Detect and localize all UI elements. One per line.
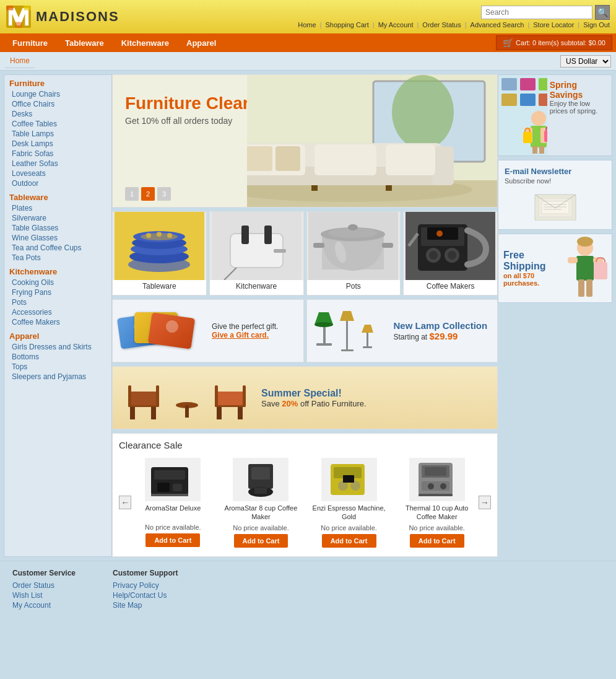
sidebar-item-dresses[interactable]: Girls Dresses and Skirts bbox=[12, 343, 92, 351]
clearance-item-image bbox=[321, 458, 377, 501]
sidebar-item-cooking-oils[interactable]: Cooking Oils bbox=[12, 278, 54, 287]
site-name: MADISONS bbox=[36, 9, 119, 25]
sidebar-item-silverware[interactable]: Silverware bbox=[12, 214, 46, 222]
svg-rect-80 bbox=[185, 405, 189, 418]
nav-order-status[interactable]: Order Status bbox=[422, 21, 461, 28]
clearance-prev-button[interactable]: ← bbox=[119, 496, 131, 509]
svg-rect-84 bbox=[215, 392, 246, 405]
currency-select[interactable]: US Dollar Euro GBP bbox=[560, 55, 611, 68]
sidebar-item-bottoms[interactable]: Bottoms bbox=[12, 353, 39, 361]
nav-kitchenware[interactable]: Kitchenware bbox=[113, 35, 178, 51]
search-button[interactable]: 🔍 bbox=[595, 5, 610, 20]
list-item: Leather Sofas bbox=[12, 159, 106, 168]
sidebar-item-coffee-tables[interactable]: Coffee Tables bbox=[12, 120, 57, 128]
footer-wish-list[interactable]: Wish List bbox=[12, 591, 76, 600]
clearance-item: AromaStar 8 cup Coffee Maker No price av… bbox=[219, 455, 302, 550]
svg-point-62 bbox=[436, 230, 443, 237]
slideshow: Furniture Clearance Get 10% off all orde… bbox=[112, 74, 498, 208]
slide-dot-3[interactable]: 3 bbox=[157, 187, 171, 201]
footer-privacy-policy[interactable]: Privacy Policy bbox=[113, 581, 178, 590]
sidebar-item-pots[interactable]: Pots bbox=[12, 298, 27, 307]
category-tableware[interactable]: Tableware bbox=[112, 211, 207, 296]
nav-store-locator[interactable]: Store Locator bbox=[533, 21, 574, 28]
sidebar-item-desks[interactable]: Desks bbox=[12, 110, 32, 118]
footer-site-map[interactable]: Site Map bbox=[113, 601, 178, 610]
sidebar-item-coffee-makers[interactable]: Coffee Makers bbox=[12, 318, 60, 326]
slide-dot-2[interactable]: 2 bbox=[141, 187, 155, 201]
search-input[interactable] bbox=[481, 6, 592, 19]
add-to-cart-button-3[interactable]: Add to Cart bbox=[322, 534, 376, 548]
sidebar-item-leather-sofas[interactable]: Leather Sofas bbox=[12, 159, 58, 168]
list-item: Coffee Tables bbox=[12, 120, 106, 128]
category-kitchenware[interactable]: Kitchenware bbox=[209, 211, 304, 296]
sidebar-item-tea-coffee-cups[interactable]: Tea and Coffee Cups bbox=[12, 243, 82, 252]
sidebar-item-tea-pots[interactable]: Tea Pots bbox=[12, 253, 41, 262]
sidebar-item-wine-glasses[interactable]: Wine Glasses bbox=[12, 234, 58, 242]
svg-rect-103 bbox=[343, 475, 354, 483]
svg-rect-139 bbox=[586, 279, 592, 297]
email-newsletter-box: E-mail Newsletter Subscribe now! bbox=[498, 160, 612, 230]
sidebar-item-table-glasses[interactable]: Table Glasses bbox=[12, 224, 58, 232]
svg-rect-135 bbox=[576, 256, 594, 281]
spring-savings-title: Spring Savings bbox=[550, 80, 608, 100]
svg-point-59 bbox=[448, 251, 456, 260]
footer-order-status[interactable]: Order Status bbox=[12, 581, 76, 590]
sidebar-item-accessories[interactable]: Accessories bbox=[12, 308, 52, 317]
sidebar-item-frying-pans[interactable]: Frying Pans bbox=[12, 288, 51, 297]
breadcrumb-home[interactable]: Home bbox=[10, 56, 30, 65]
svg-rect-83 bbox=[238, 407, 243, 419]
svg-point-33 bbox=[157, 232, 162, 237]
footer-my-account[interactable]: My Account bbox=[12, 601, 76, 610]
clearance-next-button[interactable]: → bbox=[479, 496, 491, 509]
list-item: Table Glasses bbox=[12, 224, 106, 232]
sidebar-item-office-chairs[interactable]: Office Chairs bbox=[12, 100, 54, 108]
breadcrumb: Home bbox=[5, 54, 35, 68]
lamp-starting-at: Starting at bbox=[394, 333, 430, 341]
category-coffee-label: Coffee Makers bbox=[404, 280, 497, 292]
svg-rect-51 bbox=[351, 224, 355, 229]
footer: Customer Service Order Status Wish List … bbox=[0, 561, 616, 618]
list-item: Lounge Chairs bbox=[12, 90, 106, 99]
category-pots[interactable]: Pots bbox=[306, 211, 401, 296]
add-to-cart-button-1[interactable]: Add to Cart bbox=[145, 533, 200, 547]
gift-card-link[interactable]: Give a Gift card. bbox=[212, 331, 269, 340]
sidebar-item-table-lamps[interactable]: Table Lamps bbox=[12, 129, 54, 138]
nav-apparel[interactable]: Apparel bbox=[178, 35, 225, 51]
footer-help-contact[interactable]: Help/Contact Us bbox=[113, 591, 178, 600]
nav-shopping-cart[interactable]: Shopping Cart bbox=[325, 21, 368, 28]
summer-save-prefix: Save bbox=[261, 399, 282, 408]
sidebar-item-desk-lamps[interactable]: Desk Lamps bbox=[12, 139, 53, 148]
category-coffee-makers[interactable]: Coffee Makers bbox=[403, 211, 498, 296]
sidebar-item-tops[interactable]: Tops bbox=[12, 362, 27, 371]
list-item: Office Chairs bbox=[12, 100, 106, 108]
summer-save-suffix: off Patio Furniture. bbox=[300, 399, 367, 408]
clearance-item-image bbox=[409, 458, 465, 501]
add-to-cart-button-4[interactable]: Add to Cart bbox=[410, 534, 464, 548]
spring-savings-box: Spring Savings Enjoy the low prices of s… bbox=[498, 74, 612, 156]
sidebar-item-loveseats[interactable]: Loveseats bbox=[12, 169, 46, 178]
sidebar-item-plates[interactable]: Plates bbox=[12, 204, 32, 212]
nav-my-account[interactable]: My Account bbox=[378, 21, 414, 28]
list-item: Wine Glasses bbox=[12, 234, 106, 242]
add-to-cart-button-2[interactable]: Add to Cart bbox=[234, 534, 288, 548]
clearance-items: AromaStar Deluxe No price available. Add… bbox=[131, 455, 478, 550]
newsletter-title: E-mail Newsletter bbox=[505, 167, 605, 176]
nav-advanced-search[interactable]: Advanced Search bbox=[471, 21, 524, 28]
svg-rect-74 bbox=[130, 407, 135, 419]
cart-area[interactable]: 🛒 Cart: 0 item(s) subtotal: $0.00 bbox=[496, 35, 612, 50]
svg-rect-2 bbox=[6, 6, 13, 11]
sidebar-item-lounge-chairs[interactable]: Lounge Chairs bbox=[12, 90, 60, 99]
main-layout: Furniture Lounge Chairs Office Chairs De… bbox=[0, 71, 616, 561]
nav-tableware[interactable]: Tableware bbox=[56, 35, 113, 51]
sidebar-kitchenware-list: Cooking Oils Frying Pans Pots Accessorie… bbox=[9, 278, 106, 326]
svg-rect-4 bbox=[15, 22, 22, 28]
sidebar-item-outdoor[interactable]: Outdoor bbox=[12, 179, 38, 188]
svg-rect-86 bbox=[243, 385, 246, 407]
sidebar-item-sleepers[interactable]: Sleepers and Pyjamas bbox=[12, 372, 86, 381]
lamp-promo-text: New Lamp Collection Starting at $29.99 bbox=[394, 320, 488, 341]
nav-furniture[interactable]: Furniture bbox=[4, 35, 56, 51]
nav-home[interactable]: Home bbox=[298, 21, 316, 28]
nav-sign-out[interactable]: Sign Out bbox=[583, 21, 610, 28]
sidebar-item-fabric-sofas[interactable]: Fabric Sofas bbox=[12, 149, 53, 158]
slide-dot-1[interactable]: 1 bbox=[125, 187, 139, 201]
